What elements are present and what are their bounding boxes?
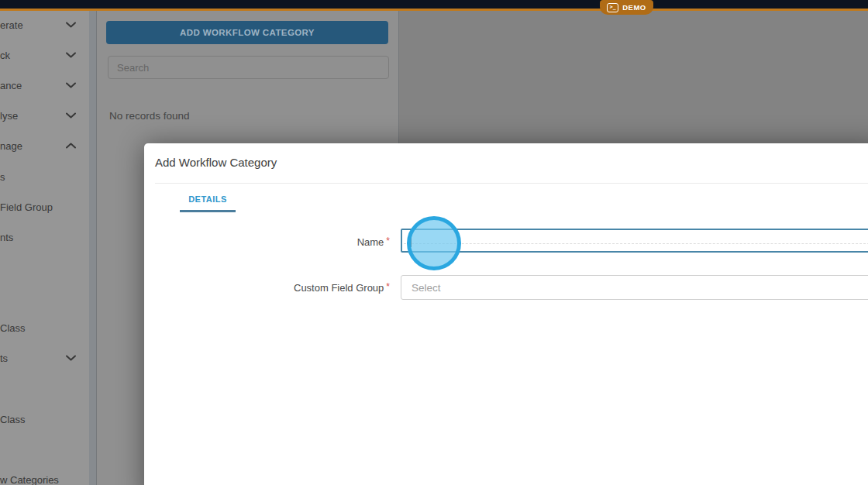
sidebar-item-label: Field Group	[0, 201, 53, 213]
sidebar-item-label: Class	[0, 322, 26, 334]
sidebar: erate ck ance lyse nage s Field Group nt…	[0, 11, 89, 485]
custom-field-group-label: Custom Field Group*	[144, 281, 390, 294]
sidebar-item-track[interactable]: ck	[0, 47, 89, 63]
name-field-label: Name*	[144, 236, 390, 248]
chevron-down-icon	[65, 112, 77, 119]
required-marker: *	[386, 236, 390, 246]
sidebar-subitem-1[interactable]: s	[0, 169, 89, 184]
demo-border-line	[0, 9, 868, 11]
chevron-down-icon	[65, 82, 77, 89]
sidebar-item-label: nage	[0, 140, 22, 152]
sidebar-item-label: w Categories	[0, 474, 59, 485]
sidebar-item-label: ance	[0, 80, 22, 91]
sidebar-item-label: Class	[0, 414, 26, 425]
name-field[interactable]	[401, 229, 868, 253]
chevron-up-icon	[65, 143, 77, 150]
sidebar-item-label: lyse	[0, 110, 18, 122]
demo-badge: >_ DEMO	[600, 0, 653, 15]
add-workflow-category-button[interactable]: ADD WORKFLOW CATEGORY	[106, 21, 388, 44]
dialog-divider	[155, 183, 868, 184]
sidebar-item-operate[interactable]: erate	[0, 17, 89, 33]
sidebar-item-label: s	[0, 171, 5, 183]
sidebar-subitem-workflow-categories[interactable]: w Categories	[0, 472, 89, 485]
sidebar-item-analyse[interactable]: lyse	[0, 108, 89, 123]
add-workflow-category-dialog: Add Workflow Category DETAILS Name* Cust…	[144, 143, 868, 485]
sidebar-subitem-field-group[interactable]: Field Group	[0, 199, 89, 215]
sidebar-subitem-class-1[interactable]: Class	[0, 320, 89, 335]
tab-details[interactable]: DETAILS	[180, 191, 236, 212]
dialog-title: Add Workflow Category	[155, 156, 277, 169]
app-window: erate ck ance lyse nage s Field Group nt…	[0, 0, 868, 485]
select-placeholder: Select	[412, 282, 441, 294]
chevron-down-icon	[65, 22, 77, 29]
sidebar-item-label: erate	[0, 19, 23, 31]
demo-badge-label: DEMO	[622, 3, 646, 12]
sidebar-item-label: ck	[0, 50, 10, 61]
chevron-down-icon	[65, 52, 77, 59]
click-indicator	[407, 216, 461, 270]
sidebar-item-label: nts	[0, 232, 13, 243]
chevron-down-icon	[65, 355, 77, 362]
sidebar-subitem-class-2[interactable]: Class	[0, 411, 89, 427]
empty-state-text: No records found	[109, 110, 190, 122]
custom-field-group-select[interactable]: Select	[401, 275, 868, 300]
search-input[interactable]	[108, 56, 389, 79]
input-inner-line	[404, 243, 868, 244]
required-marker: *	[386, 281, 390, 292]
terminal-icon: >_	[607, 3, 618, 12]
sidebar-item-label: ts	[0, 353, 8, 364]
sidebar-item-manage[interactable]: nage	[0, 138, 89, 153]
sidebar-subitem-3[interactable]: ts	[0, 350, 89, 366]
top-navigation-bar	[0, 0, 868, 9]
sidebar-item-ance[interactable]: ance	[0, 77, 89, 93]
sidebar-subitem-2[interactable]: nts	[0, 229, 89, 245]
